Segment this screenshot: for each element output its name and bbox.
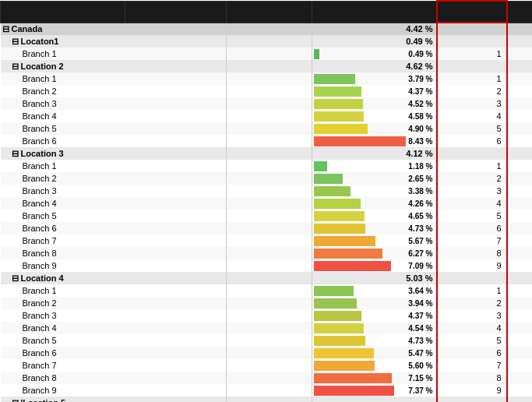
tot-sales-cell	[227, 23, 312, 35]
tot-sales-cell	[227, 384, 312, 397]
tot-sales-cell	[227, 135, 312, 147]
tot-daily-labor-cell	[125, 272, 227, 284]
table-row: ⊟ 'Location 5	[1, 397, 533, 402]
extra-cell	[507, 160, 533, 172]
table-row: ⊟ Location 24.62 %	[1, 60, 533, 72]
branch-region-cell: Branch 4	[1, 110, 125, 122]
extra-cell	[507, 309, 533, 322]
labor-pct-sales-cell: 0.49 %	[312, 48, 437, 60]
branch-region-cell: Branch 1	[1, 160, 125, 172]
tot-sales-cell	[227, 160, 312, 172]
district-rank-cell: 3	[437, 309, 507, 322]
header-tot-daily-labor	[125, 1, 227, 23]
table-row: Branch 75.67 %7	[1, 235, 533, 247]
branch-region-cell: Branch 6	[1, 135, 125, 147]
district-rank-cell: 7	[437, 235, 507, 247]
extra-cell	[507, 259, 533, 272]
tot-daily-labor-cell	[125, 222, 227, 235]
extra-cell	[507, 172, 533, 185]
district-rank-cell	[437, 147, 507, 160]
tot-sales-cell	[227, 172, 312, 185]
tot-sales-cell	[227, 334, 312, 347]
labor-pct-sales-cell: 7.37 %	[312, 384, 437, 397]
labor-pct-sales-cell: 5.47 %	[312, 347, 437, 359]
tot-sales-cell	[227, 197, 312, 210]
table-row: Branch 11.18 %1	[1, 160, 533, 172]
district-rank-cell: 9	[437, 384, 507, 397]
tot-sales-cell	[227, 322, 312, 334]
tot-daily-labor-cell	[125, 160, 227, 172]
table-row: ⊟ Canada4.42 %	[1, 23, 533, 35]
tot-daily-labor-cell	[125, 35, 227, 48]
tot-daily-labor-cell	[125, 110, 227, 122]
tot-daily-labor-cell	[125, 60, 227, 72]
labor-pct-sales-cell: 4.52 %	[312, 97, 437, 110]
tot-sales-cell	[227, 48, 312, 60]
tot-sales-cell	[227, 272, 312, 284]
extra-cell	[507, 359, 533, 372]
tot-sales-cell	[227, 309, 312, 322]
district-rank-cell: 6	[437, 135, 507, 147]
tot-daily-labor-cell	[125, 259, 227, 272]
branch-region-cell: ⊟ Location 2	[1, 60, 125, 72]
branch-region-cell: Branch 2	[1, 172, 125, 185]
labor-pct-sales-cell: 7.15 %	[312, 372, 437, 384]
extra-cell	[507, 247, 533, 259]
table-row: Branch 68.43 %6	[1, 135, 533, 147]
labor-pct-sales-cell: 5.67 %	[312, 235, 437, 247]
tot-sales-cell	[227, 235, 312, 247]
tot-sales-cell	[227, 210, 312, 222]
district-rank-cell: 1	[437, 72, 507, 85]
header-extra	[507, 1, 533, 23]
tot-sales-cell	[227, 347, 312, 359]
labor-pct-sales-cell: 4.54 %	[312, 322, 437, 334]
table-row: Branch 54.90 %5	[1, 122, 533, 135]
table-row: ⊟ Location 34.12 %	[1, 147, 533, 160]
tot-daily-labor-cell	[125, 122, 227, 135]
branch-region-cell: ⊟ Location 4	[1, 272, 125, 284]
table-row: Branch 22.65 %2	[1, 172, 533, 185]
table-row: ⊟ Location 45.03 %	[1, 272, 533, 284]
branch-region-cell: Branch 2	[1, 85, 125, 97]
labor-pct-sales-cell: 4.42 %	[312, 23, 437, 35]
tot-daily-labor-cell	[125, 384, 227, 397]
district-rank-cell	[437, 397, 507, 402]
district-rank-cell: 4	[437, 322, 507, 334]
extra-cell	[507, 272, 533, 284]
district-rank-cell	[437, 23, 507, 35]
labor-pct-sales-cell: 4.37 %	[312, 85, 437, 97]
extra-cell	[507, 384, 533, 397]
table-row: Branch 44.54 %4	[1, 322, 533, 334]
tot-daily-labor-cell	[125, 235, 227, 247]
district-rank-cell: 2	[437, 297, 507, 309]
tot-daily-labor-cell	[125, 85, 227, 97]
table-row: Branch 34.37 %3	[1, 309, 533, 322]
labor-pct-sales-cell: 0.49 %	[312, 35, 437, 48]
labor-pct-sales-cell: 5.60 %	[312, 359, 437, 372]
table-row: Branch 33.38 %3	[1, 185, 533, 197]
district-rank-cell: 1	[437, 48, 507, 60]
tot-sales-cell	[227, 259, 312, 272]
district-rank-cell: 3	[437, 185, 507, 197]
table-row: Branch 54.73 %5	[1, 334, 533, 347]
tot-sales-cell	[227, 97, 312, 110]
branch-region-cell: Branch 1	[1, 72, 125, 85]
district-rank-cell: 5	[437, 334, 507, 347]
district-rank-cell	[437, 35, 507, 48]
report-table: ⊟ Canada4.42 %⊟ Locaton10.49 %Branch 10.…	[0, 0, 532, 402]
labor-pct-sales-cell: 3.38 %	[312, 185, 437, 197]
labor-pct-sales-cell: 4.73 %	[312, 222, 437, 235]
district-rank-cell	[437, 272, 507, 284]
tot-sales-cell	[227, 297, 312, 309]
table-row: Branch 13.79 %1	[1, 72, 533, 85]
tot-daily-labor-cell	[125, 397, 227, 402]
tot-sales-cell	[227, 247, 312, 259]
tot-daily-labor-cell	[125, 297, 227, 309]
tot-sales-cell	[227, 185, 312, 197]
table-row: Branch 23.94 %2	[1, 297, 533, 309]
table-row: Branch 54.65 %5	[1, 210, 533, 222]
branch-region-cell: Branch 4	[1, 197, 125, 210]
table-row: Branch 24.37 %2	[1, 85, 533, 97]
tot-daily-labor-cell	[125, 309, 227, 322]
tot-daily-labor-cell	[125, 48, 227, 60]
